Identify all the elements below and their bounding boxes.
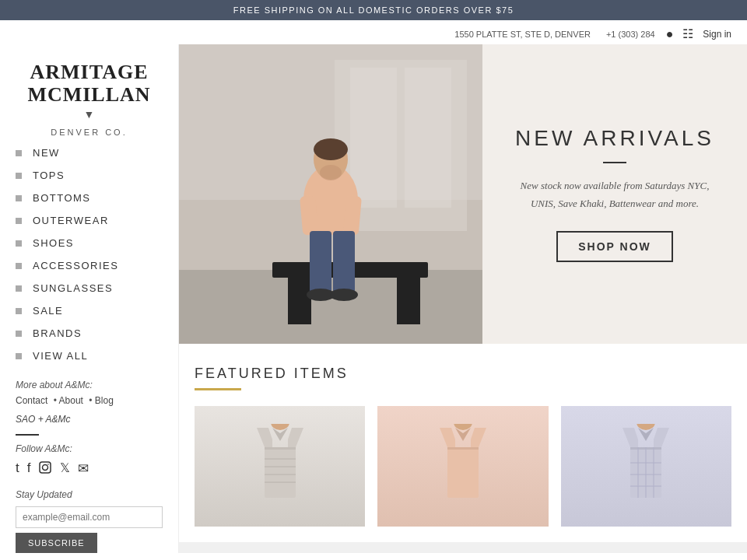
hero-description: New stock now available from Saturdays N… [514,177,716,212]
svg-point-15 [320,165,342,180]
nav-item-sunglasses[interactable]: SUNGLASSES [0,277,178,299]
svg-rect-11 [397,278,420,324]
shop-now-button[interactable]: SHOP NOW [556,231,673,262]
svg-rect-19 [333,231,355,293]
email-field[interactable] [16,506,163,528]
svg-rect-35 [447,447,479,450]
stay-updated-label: Stay Updated [16,489,163,500]
hero-image [179,44,482,344]
main-nav: NEW TOPS BOTTOMS OUTERWEAR SHOES ACCESSO… [0,142,178,367]
svg-marker-39 [622,428,638,447]
svg-rect-7 [405,68,451,208]
svg-marker-33 [440,428,455,447]
featured-item-1[interactable] [195,406,365,527]
instagram-icon[interactable] [38,460,52,478]
about-links: Contact • About • Blog [16,395,163,406]
svg-marker-23 [257,428,272,447]
facebook-icon[interactable]: f [27,460,31,478]
cart-icon[interactable]: ☷ [682,26,693,41]
nav-bullet [16,173,22,179]
email-icon[interactable]: ✉ [78,460,89,478]
sidebar: ARMITAGE McMILLAN ▼ DENVER CO. NEW TOPS … [0,44,179,553]
nav-item-brands[interactable]: BRANDS [0,322,178,345]
divider [16,434,39,436]
blog-link[interactable]: Blog [95,395,114,406]
nav-bullet [16,150,22,156]
follow-label: Follow A&Mc: [16,443,163,454]
svg-rect-0 [40,462,51,473]
nav-item-new[interactable]: NEW [0,142,178,164]
svg-marker-40 [654,428,669,447]
hero-divider [603,162,626,163]
nav-bullet [16,218,22,224]
nav-item-sale[interactable]: SALE [0,299,178,322]
nav-bullet [16,308,22,314]
svg-point-1 [43,465,48,471]
nav-bullet [16,195,22,201]
featured-title: FEATURED ITEMS [195,366,731,382]
nav-item-accessories[interactable]: ACCESSORIES [0,254,178,277]
nav-item-outerwear[interactable]: OUTERWEAR [0,209,178,232]
header-icons: ● ☷ Sign in [666,26,731,41]
svg-marker-34 [471,428,486,447]
logo-chevron: ▼ [8,109,170,121]
svg-point-2 [48,464,50,465]
featured-underline [195,388,241,390]
subscribe-button[interactable]: SUBSCRIBE [16,533,97,553]
hero-text-panel: NEW ARRIVALS New stock now available fro… [482,44,747,344]
signin-link[interactable]: Sign in [703,29,731,40]
featured-grid [195,406,731,527]
content-area: NEW ARRIVALS New stock now available fro… [179,44,747,553]
featured-item-2[interactable] [377,406,548,527]
nav-bullet [16,285,22,292]
banner-text: FREE SHIPPING ON ALL DOMESTIC ORDERS OVE… [233,5,514,15]
svg-point-14 [314,138,348,160]
svg-rect-6 [350,68,397,208]
hero-title: NEW ARRIVALS [515,126,714,151]
twitter-icon[interactable]: 𝕏 [60,460,70,478]
nav-item-tops[interactable]: TOPS [0,164,178,187]
header: 1550 PLATTE ST, STE D, DENVER +1 (303) 2… [0,20,747,44]
about-link[interactable]: About [59,395,83,406]
nav-item-shoes[interactable]: SHOES [0,232,178,254]
svg-point-21 [330,289,358,301]
hero-banner: NEW ARRIVALS New stock now available fro… [179,44,747,344]
search-icon[interactable]: ● [666,27,674,41]
svg-rect-22 [265,447,296,498]
nav-bullet [16,353,22,359]
svg-rect-18 [310,231,331,293]
main-layout: ARMITAGE McMILLAN ▼ DENVER CO. NEW TOPS … [0,44,747,553]
nav-item-bottoms[interactable]: BOTTOMS [0,187,178,209]
nav-bullet [16,263,22,269]
nav-bullet [16,331,22,337]
nav-bullet [16,240,22,247]
sao-link[interactable]: SAO + A&Mc [16,414,163,425]
sidebar-footer: More about A&Mc: Contact • About • Blog … [0,367,178,553]
featured-section: FEATURED ITEMS [179,344,747,542]
svg-rect-10 [288,278,311,324]
svg-rect-32 [447,447,479,498]
logo-line1: ARMITAGE McMILLAN [8,61,170,106]
svg-marker-24 [288,428,303,447]
about-label: More about A&Mc: [16,380,163,390]
svg-rect-25 [265,447,296,450]
header-phone: +1 (303) 284 [606,30,655,39]
social-icons: t f 𝕏 ✉ [16,460,163,478]
featured-item-3[interactable] [561,406,731,527]
tumblr-icon[interactable]: t [16,460,19,478]
logo-area: ARMITAGE McMILLAN ▼ DENVER CO. [0,52,178,142]
contact-link[interactable]: Contact [16,395,47,406]
header-address: 1550 PLATTE ST, STE D, DENVER [454,30,591,39]
nav-item-viewall[interactable]: VIEW ALL [0,345,178,367]
top-banner: FREE SHIPPING ON ALL DOMESTIC ORDERS OVE… [0,0,747,20]
logo-sub: DENVER CO. [8,128,170,137]
